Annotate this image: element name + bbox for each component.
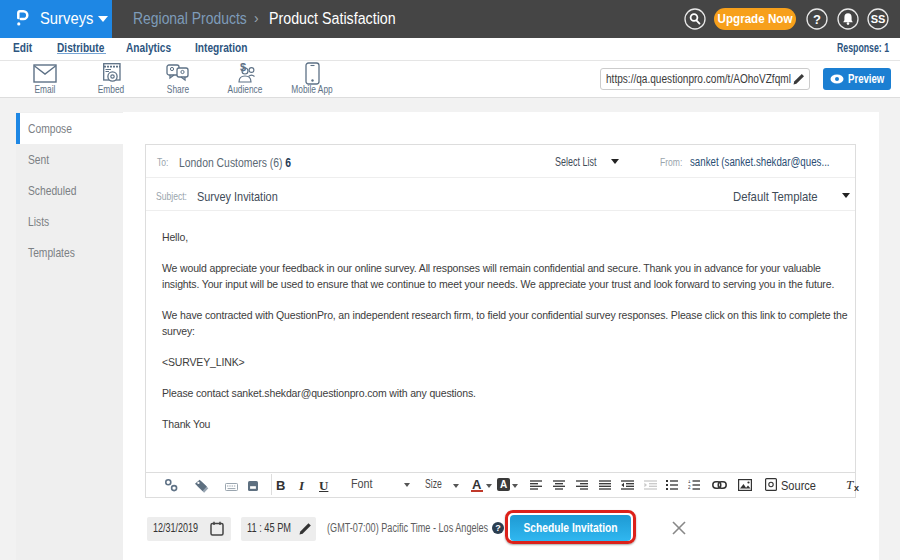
svg-text:2: 2	[688, 485, 691, 490]
svg-text:?: ?	[813, 12, 821, 27]
svg-text:?: ?	[495, 523, 501, 533]
svg-text:1: 1	[688, 480, 691, 484]
svg-text:SS: SS	[871, 13, 886, 25]
